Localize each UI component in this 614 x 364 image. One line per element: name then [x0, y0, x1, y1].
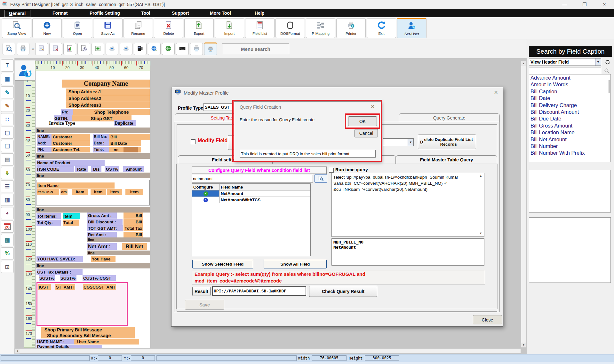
template-field[interactable]: Tot Qty:	[36, 220, 61, 226]
template-field[interactable]: line	[36, 153, 150, 159]
tool-button-form-close[interactable]	[49, 43, 62, 55]
template-field[interactable]: NAME:	[37, 134, 52, 140]
tool-button-grid-plus[interactable]	[92, 43, 104, 55]
modify-field-checkbox[interactable]	[191, 139, 195, 144]
scroll-down-icon[interactable]: ▼	[521, 343, 526, 347]
calendar-tool[interactable]: 26	[1, 221, 14, 233]
tool-button-page-zoom[interactable]	[3, 43, 15, 55]
template-field[interactable]: USER NAME :	[36, 339, 74, 345]
template-field[interactable]: Customer Tel.	[52, 147, 90, 152]
save-button[interactable]: Save	[185, 300, 224, 310]
delete-duplicate-button[interactable]: Delete Duplicate Field List Records	[418, 135, 476, 149]
menu-item-format[interactable]: Format	[51, 10, 69, 16]
chart-tool[interactable]: ▦	[1, 234, 14, 246]
tool-button-form-edit[interactable]	[35, 43, 48, 55]
template-field[interactable]: Item HSN	[37, 189, 59, 195]
print-tool[interactable]: ⊡	[1, 261, 14, 273]
template-field[interactable]: Shop Address3	[66, 102, 150, 108]
toolbar-button-p-mapping[interactable]: P-Mapping	[306, 18, 335, 38]
template-field[interactable]: Payment Details	[36, 345, 102, 348]
menu-item-more-tool[interactable]: More Tool	[208, 10, 233, 16]
grid-row[interactable]: ✓NetAmount	[192, 190, 310, 197]
scroll-down-icon[interactable]: ▼	[479, 232, 482, 235]
template-field[interactable]: Customer	[52, 134, 90, 140]
menu-item-support[interactable]: Support	[170, 10, 191, 16]
template-field[interactable]: Shop Telephone	[73, 109, 150, 115]
template-field[interactable]: line	[36, 263, 150, 268]
template-field[interactable]: Ph:	[61, 109, 73, 115]
toolbar-button-delete[interactable]: Delete	[154, 18, 183, 38]
cancel-button[interactable]: Cancel	[355, 129, 378, 137]
pages-tool[interactable]: ❏	[1, 140, 14, 152]
template-field[interactable]: Date :	[93, 140, 109, 146]
template-field[interactable]: Time:	[93, 147, 109, 152]
template-field[interactable]: User Name	[74, 339, 139, 345]
toolbar-button-export[interactable]: Export	[184, 18, 214, 38]
view-field-select[interactable]: View Header Field ▼	[529, 58, 601, 66]
field-search-button[interactable]	[315, 174, 327, 183]
template-field[interactable]: Bill	[109, 134, 150, 140]
template-field[interactable]: Bill No:	[93, 134, 109, 140]
tool-button-card-reader[interactable]	[134, 43, 147, 55]
scroll-left-icon[interactable]: ◄	[15, 349, 20, 353]
template-field[interactable]: line	[36, 128, 150, 133]
tool-button-globe[interactable]	[162, 43, 175, 55]
template-field[interactable]: GST Tax Details :	[36, 269, 83, 275]
field-caption-item[interactable]: Bill Due Date	[529, 115, 610, 122]
text-tool[interactable]: ⌶	[1, 59, 14, 72]
template-field[interactable]: GST%	[105, 166, 119, 172]
template-field[interactable]: Bill	[124, 232, 143, 238]
tool-button-cloud-upload[interactable]	[106, 43, 118, 55]
template-field[interactable]: Bill	[124, 219, 143, 225]
chevron-down-icon[interactable]: ▼	[408, 139, 413, 146]
template-field[interactable]: Dis	[91, 166, 101, 172]
template-field[interactable]: CGST% CGST	[83, 275, 116, 281]
template-field[interactable]: Gross Amt :	[87, 213, 117, 219]
menu-item-general[interactable]: General	[4, 10, 30, 17]
template-field[interactable]: Shop Primary Bill Message	[41, 327, 135, 333]
toolbar-button-printer[interactable]: Printer	[336, 18, 366, 38]
toolbar-button-exit[interactable]: Exit	[367, 18, 396, 38]
tool-button-cloud-upload-2[interactable]	[120, 43, 132, 55]
template-field[interactable]: Shop Address2	[66, 95, 150, 102]
template-field[interactable]: line	[36, 173, 150, 178]
template-field[interactable]: Total Tax	[124, 225, 143, 231]
field-caption-item[interactable]: Advance Amount	[529, 74, 610, 81]
close-button[interactable]: Close	[473, 315, 502, 324]
show-selected-field-button[interactable]: Show Selected Field	[192, 260, 253, 268]
profile-type-input[interactable]: SALES_GST	[203, 103, 233, 111]
template-field[interactable]: CGSCGST_AMT	[83, 284, 116, 290]
tool-button-keyboard[interactable]	[176, 43, 189, 55]
pie-chart-tool[interactable]: ◕	[1, 207, 14, 219]
field-filter-input[interactable]: netamount	[192, 175, 313, 182]
close-icon[interactable]: ×	[600, 1, 609, 8]
toolbar-button-new[interactable]: New	[32, 18, 62, 38]
field-caption-item[interactable]: Bill Location Name	[529, 129, 610, 136]
image-tool[interactable]: ▣	[1, 73, 14, 85]
tab-field-master-table-query[interactable]: Field Master Table Query	[396, 155, 497, 164]
tab-query-generate[interactable]: Query Generate	[399, 113, 500, 122]
note-tool[interactable]: ▤	[1, 153, 14, 166]
template-field[interactable]: line	[87, 251, 150, 255]
template-field[interactable]: Duplicate	[114, 120, 136, 126]
template-field[interactable]: Amount	[123, 166, 144, 172]
toolbar-button-ser-user[interactable]: Ser-User	[397, 18, 427, 38]
scroll-up-icon[interactable]: ▲	[479, 174, 482, 177]
template-field[interactable]: Rate	[75, 166, 88, 172]
template-field[interactable]: Shop Secondary Bill Message	[41, 333, 135, 338]
menu-search-input[interactable]	[222, 43, 289, 54]
user-mode-button[interactable]	[15, 60, 35, 81]
toolbar-button-open[interactable]: Open	[63, 18, 92, 38]
design-canvas[interactable]: Company NameShop Address1Shop Address2Sh…	[36, 71, 150, 348]
menu-item-help[interactable]: Help	[253, 10, 266, 16]
template-field[interactable]: Company Name	[62, 80, 150, 88]
template-field[interactable]: ST_AMTT	[55, 284, 75, 290]
dialog-close-icon[interactable]: ×	[369, 103, 377, 110]
template-field[interactable]: Customer	[52, 140, 90, 146]
result-value-input[interactable]: UPI://PAY?PA=BUBAI.SH-1@OKHDF	[212, 286, 306, 296]
tool-button-printer-small[interactable]	[17, 43, 29, 55]
template-field[interactable]: Bill Date	[109, 140, 141, 146]
template-field[interactable]: Bill Net	[122, 243, 147, 250]
template-field[interactable]: Total	[63, 220, 79, 226]
query-textarea[interactable]: select 'upi://pay?pa=bubai.sh-1@okhdfcba…	[331, 173, 484, 237]
